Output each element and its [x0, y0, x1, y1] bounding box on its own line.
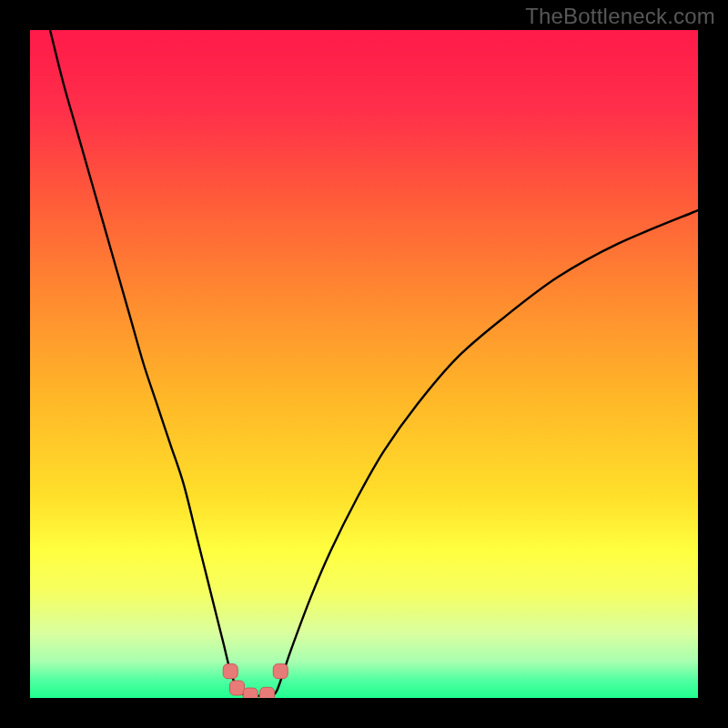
data-marker [273, 664, 288, 679]
watermark-text: TheBottleneck.com [525, 4, 715, 29]
gradient-background [30, 30, 698, 698]
data-marker [243, 688, 258, 698]
data-marker [260, 687, 275, 698]
data-marker [230, 681, 245, 695]
plot-area [30, 30, 698, 698]
chart-frame: TheBottleneck.com [0, 0, 728, 728]
data-marker [223, 664, 238, 679]
chart-svg [30, 30, 698, 698]
